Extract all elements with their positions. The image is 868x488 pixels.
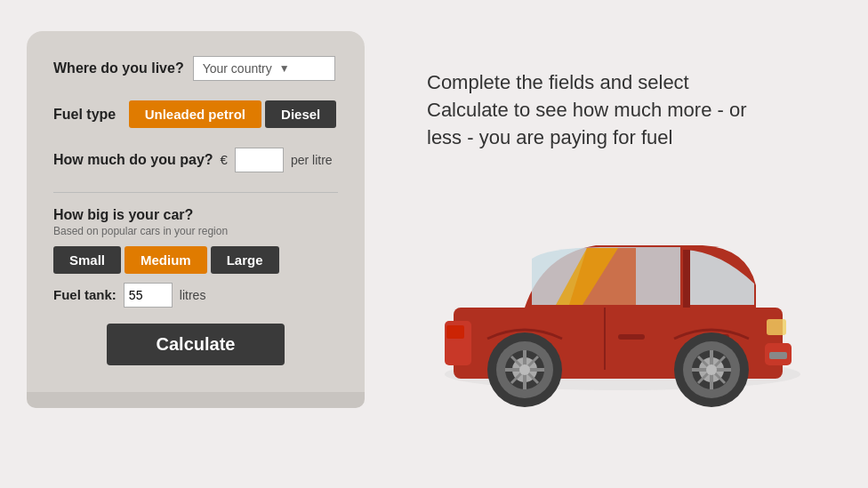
car-size-buttons: Small Medium Large: [53, 246, 279, 274]
info-text: Complete the fields and select Calculate…: [427, 69, 765, 151]
svg-point-21: [519, 364, 530, 375]
small-button[interactable]: Small: [53, 246, 121, 274]
unleaded-petrol-button[interactable]: Unleaded petrol: [129, 100, 261, 128]
car-size-title: How big is your car?: [53, 207, 338, 223]
svg-rect-12: [767, 319, 786, 335]
price-row: How much do you pay? € per litre: [53, 148, 338, 172]
svg-point-30: [706, 364, 717, 375]
svg-rect-2: [683, 250, 690, 308]
litres-label: litres: [180, 288, 206, 302]
pump-body: Where do you live? Your country ▼ Fuel t…: [27, 31, 365, 392]
per-litre-label: per litre: [291, 153, 333, 167]
fuel-tank-row: Fuel tank: litres: [53, 283, 338, 308]
fuel-type-buttons: Unleaded petrol Diesel: [129, 100, 337, 128]
right-panel: Complete the fields and select Calculate…: [418, 69, 841, 418]
fuel-type-label: Fuel type: [53, 107, 116, 122]
svg-rect-11: [446, 325, 464, 339]
medium-button[interactable]: Medium: [125, 246, 207, 274]
tank-input[interactable]: [124, 283, 173, 308]
country-select[interactable]: Your country ▼: [193, 56, 335, 81]
large-button[interactable]: Large: [211, 246, 279, 274]
calculate-button[interactable]: Calculate: [107, 324, 285, 365]
country-row: Where do you live? Your country ▼: [53, 56, 338, 81]
fuel-tank-label: Fuel tank:: [53, 287, 117, 302]
car-illustration: [427, 170, 818, 419]
price-input[interactable]: [235, 148, 284, 172]
svg-rect-9: [769, 352, 787, 359]
car-size-section: How big is your car? Based on popular ca…: [53, 207, 338, 308]
country-value: Your country: [203, 61, 272, 76]
car-size-subtitle: Based on popular cars in your region: [53, 225, 338, 237]
main-container: Where do you live? Your country ▼ Fuel t…: [0, 0, 868, 488]
dropdown-arrow-icon: ▼: [279, 62, 290, 75]
svg-rect-6: [618, 334, 645, 340]
divider: [53, 192, 338, 193]
currency-symbol: €: [221, 152, 228, 167]
pump-base: [27, 392, 365, 408]
diesel-button[interactable]: Diesel: [265, 100, 336, 128]
where-label: Where do you live?: [53, 60, 184, 76]
price-label: How much do you pay?: [53, 152, 213, 168]
fuel-type-section: Fuel type Unleaded petrol Diesel: [53, 100, 338, 128]
fuel-pump-panel: Where do you live? Your country ▼ Fuel t…: [27, 31, 400, 458]
